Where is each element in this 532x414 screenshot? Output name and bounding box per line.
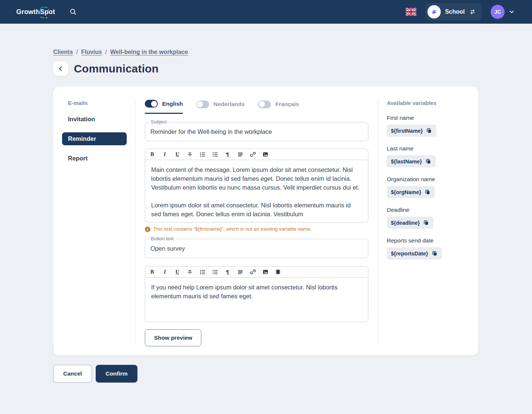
bold-glyph: B — [150, 152, 154, 157]
show-preview-button[interactable]: Show preview — [145, 329, 201, 346]
variables-panel: Available variables First name ${firstNa… — [378, 100, 470, 346]
subject-field[interactable]: Subject Reminder for the Well-being in t… — [145, 122, 368, 141]
cancel-button[interactable]: Cancel — [53, 365, 92, 383]
english-toggle[interactable] — [145, 100, 158, 108]
main-content-textarea[interactable]: Main content of the message. Lorem ipsum… — [145, 160, 368, 223]
subject-value: Reminder for the Well-being in the workp… — [150, 128, 272, 135]
confirm-button[interactable]: Confirm — [96, 365, 137, 383]
language-tab-francais[interactable]: Français — [258, 100, 299, 114]
breadcrumb-wellbeing[interactable]: Well-being in the workplace — [110, 49, 188, 55]
bold-icon[interactable]: B — [147, 150, 157, 159]
toggle-knob — [197, 101, 203, 107]
back-button[interactable] — [53, 61, 68, 76]
video-icon[interactable] — [273, 268, 283, 276]
strikethrough-icon[interactable] — [185, 268, 195, 276]
breadcrumb: Clients / Fluvius / Well-being in the wo… — [53, 49, 478, 55]
link-icon[interactable] — [248, 150, 258, 159]
rich-text-toolbar: B I U ¶ — [145, 149, 368, 160]
language-tab-english[interactable]: English — [145, 100, 183, 114]
variable-token: ${reportsDate} — [391, 251, 428, 257]
image-icon[interactable] — [260, 268, 270, 276]
main-content-editor: B I U ¶ — [145, 149, 368, 223]
underline-icon[interactable]: U — [173, 150, 182, 159]
pilcrow-glyph: ¶ — [226, 269, 229, 275]
copy-icon[interactable] — [423, 220, 429, 226]
copy-icon[interactable] — [424, 189, 431, 195]
ordered-list-icon[interactable] — [198, 150, 207, 159]
brand-name: GrowthSpot — [16, 8, 55, 16]
main-content-paragraph-2: Lorem ipsum dolor sit amet consectetur. … — [151, 201, 362, 218]
variable-chip-deadline[interactable]: ${deadline} — [387, 217, 433, 229]
pilcrow-glyph: ¶ — [226, 151, 229, 157]
copy-icon[interactable] — [426, 128, 432, 134]
footer-actions: Cancel Confirm — [53, 365, 478, 383]
workspace-switcher[interactable]: School — [425, 3, 482, 21]
variable-label: Deadline — [387, 207, 470, 213]
variable-token: ${firstName} — [391, 128, 423, 134]
language-label: Français — [275, 101, 299, 108]
editor-column: English Nederlands Français Subject Remi… — [136, 100, 378, 346]
strikethrough-icon[interactable] — [185, 150, 195, 159]
button-text-value: Open survey — [150, 245, 185, 252]
language-tab-nederlands[interactable]: Nederlands — [196, 100, 245, 114]
uk-flag-icon[interactable] — [406, 8, 416, 16]
language-tabs: English Nederlands Français — [145, 100, 368, 114]
italic-icon[interactable]: I — [160, 150, 170, 159]
underline-glyph: U — [175, 152, 179, 157]
sidebar-item-invitation[interactable]: Invitation — [62, 113, 127, 126]
sidebar-item-reminder[interactable]: Reminder — [62, 132, 127, 145]
image-icon[interactable] — [260, 150, 270, 159]
align-left-icon[interactable] — [235, 268, 245, 276]
italic-glyph: I — [164, 152, 166, 157]
variables-header: Available variables — [387, 100, 470, 106]
bold-glyph: B — [150, 269, 154, 275]
link-icon[interactable] — [248, 268, 258, 276]
variable-chip-firstname[interactable]: ${firstName} — [387, 125, 436, 137]
ordered-list-icon[interactable] — [198, 268, 207, 276]
breadcrumb-fluvius[interactable]: Fluvius — [81, 49, 102, 55]
page-title: Communication — [74, 62, 158, 75]
button-text-field[interactable]: Button text Open survey — [145, 239, 368, 258]
variable-token: ${deadline} — [391, 220, 420, 226]
variable-label: Organization name — [387, 176, 470, 183]
underline-icon[interactable]: U — [173, 268, 182, 276]
language-label: English — [162, 101, 183, 107]
copy-icon[interactable] — [432, 250, 438, 257]
warning-text: This text contains “${firstname}”, which… — [153, 226, 311, 232]
breadcrumb-clients[interactable]: Clients — [53, 49, 73, 55]
copy-icon[interactable] — [425, 158, 432, 164]
toggle-knob — [151, 101, 157, 107]
avatar: JC — [491, 5, 505, 19]
unordered-list-icon[interactable] — [210, 268, 220, 276]
user-menu[interactable]: JC — [491, 5, 514, 19]
search-icon[interactable] — [69, 8, 77, 16]
unordered-list-icon[interactable] — [210, 150, 220, 159]
align-left-icon[interactable] — [235, 150, 245, 159]
variable-chip-orgname[interactable]: ${orgName} — [387, 186, 435, 198]
variable-chip-reportsdate[interactable]: ${reportsDate} — [387, 247, 442, 259]
variable-chip-lastname[interactable]: ${lastName} — [387, 155, 436, 167]
footer-content-textarea[interactable]: If you need help Lorem ipsum dolor sit a… — [145, 278, 368, 322]
variable-warning: i This text contains “${firstname}”, whi… — [145, 226, 368, 232]
francais-toggle[interactable] — [258, 101, 271, 108]
breadcrumb-separator: / — [76, 49, 78, 55]
paragraph-icon[interactable]: ¶ — [223, 150, 232, 159]
variable-token: ${lastName} — [391, 159, 422, 164]
main-content-paragraph-1: Main content of the message. Lorem ipsum… — [151, 165, 362, 192]
communication-card: E-mails Invitation Reminder Report Engli… — [53, 86, 478, 355]
subject-label: Subject — [149, 119, 168, 125]
underline-glyph: U — [175, 269, 179, 275]
chevron-left-icon — [58, 66, 63, 71]
sidebar-item-report[interactable]: Report — [62, 152, 127, 165]
variable-token: ${orgName} — [391, 189, 421, 195]
paragraph-icon[interactable]: ¶ — [223, 268, 232, 276]
brand-logo[interactable]: GrowthSpot — [16, 8, 55, 16]
language-label: Nederlands — [214, 101, 245, 108]
variable-label: First name — [387, 115, 470, 121]
variable-label: Reports send date — [387, 237, 470, 244]
variable-label: Last name — [387, 145, 470, 152]
top-navbar: GrowthSpot — [0, 0, 532, 24]
nederlands-toggle[interactable] — [196, 101, 209, 108]
bold-icon[interactable]: B — [147, 268, 157, 276]
italic-icon[interactable]: I — [160, 268, 170, 276]
